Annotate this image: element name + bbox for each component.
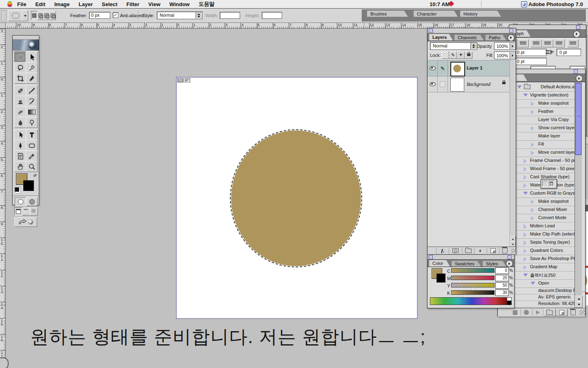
- tool-pen[interactable]: [14, 140, 26, 151]
- align-right-button[interactable]: [517, 39, 529, 47]
- tool-crop[interactable]: [14, 73, 26, 84]
- twisty-closed-icon[interactable]: [523, 249, 526, 253]
- twisty-open-icon[interactable]: [523, 274, 528, 276]
- pane-grabber[interactable]: [0, 357, 9, 368]
- tool-eraser[interactable]: [14, 106, 26, 117]
- tab-brushes[interactable]: Brushes: [367, 11, 408, 17]
- tab-channels[interactable]: Channels: [454, 35, 484, 40]
- tool-move[interactable]: [26, 52, 38, 63]
- subtract-selection-button[interactable]: [43, 11, 50, 20]
- layer-style-button[interactable]: ƒ.: [436, 247, 448, 254]
- tool-slice[interactable]: [26, 73, 38, 84]
- menu-item-window[interactable]: Window: [169, 1, 190, 7]
- tab-color[interactable]: Color: [429, 260, 450, 267]
- twisty-open-icon[interactable]: [517, 85, 521, 88]
- justify-all-button[interactable]: [567, 39, 579, 47]
- lock-paint-button[interactable]: ✎: [449, 52, 457, 59]
- tool-gradient[interactable]: [26, 106, 38, 117]
- lock-all-button[interactable]: [465, 52, 472, 59]
- jump-to-imageready-button[interactable]: [14, 217, 37, 227]
- record-button[interactable]: [521, 309, 532, 316]
- justify-last-left-button[interactable]: [530, 39, 542, 47]
- toolbox-banner[interactable]: [13, 40, 39, 51]
- resize-grip-icon[interactable]: [511, 248, 516, 253]
- layer-name[interactable]: Layer 1: [467, 65, 483, 70]
- current-tool-button[interactable]: [8, 10, 23, 21]
- tool-preset-arrow[interactable]: [22, 10, 28, 21]
- layer-thumbnail[interactable]: [450, 78, 464, 92]
- tab-history[interactable]: History: [460, 11, 501, 17]
- layer-thumbnail[interactable]: [450, 62, 465, 76]
- layer-row-layer-1[interactable]: ✎Layer 1: [428, 61, 510, 76]
- tool-clone-stamp[interactable]: [14, 96, 26, 107]
- twisty-open-icon[interactable]: [523, 192, 528, 195]
- layers-titlebar[interactable]: [428, 28, 516, 34]
- lock-transparency-button[interactable]: [441, 52, 449, 59]
- background-color-swatch[interactable]: [437, 274, 445, 283]
- fullscreen-button[interactable]: [30, 207, 38, 215]
- twisty-closed-icon[interactable]: [531, 126, 534, 130]
- tab-layers[interactable]: Layers: [429, 34, 453, 40]
- twisty-closed-icon[interactable]: [531, 110, 534, 114]
- blend-mode-arrows-icon[interactable]: [470, 43, 477, 49]
- menu-item-[interactable]: 도움말: [198, 0, 214, 8]
- standard-mode-button[interactable]: [15, 197, 26, 206]
- mini-palette-fragment[interactable]: [541, 179, 557, 188]
- new-set-button[interactable]: [462, 247, 474, 254]
- width-input[interactable]: [220, 12, 240, 19]
- slider-value-k[interactable]: 30: [495, 289, 509, 296]
- options-bar-grip[interactable]: [1, 10, 7, 22]
- adjustment-layer-button[interactable]: ◐: [474, 247, 486, 254]
- twisty-closed-icon[interactable]: [531, 102, 534, 106]
- twisty-closed-icon[interactable]: [531, 208, 534, 212]
- tab-character[interactable]: Character: [414, 11, 458, 17]
- vertical-ruler[interactable]: 32101234567891 01 11 21 31 41 51 61 71 8: [0, 29, 6, 368]
- fullscreen-menubar-button[interactable]: [22, 207, 30, 215]
- menu-item-select[interactable]: Select: [102, 1, 117, 7]
- tool-magic-wand[interactable]: [26, 62, 38, 73]
- menu-item-edit[interactable]: Edit: [35, 1, 45, 7]
- close-widget[interactable]: [508, 255, 512, 259]
- slider-value-y[interactable]: 50: [495, 282, 509, 289]
- twisty-closed-icon[interactable]: [531, 216, 534, 220]
- tab-swatches[interactable]: Swatches: [452, 261, 481, 267]
- twisty-closed-icon[interactable]: [531, 200, 534, 204]
- tab-styles[interactable]: Styles: [483, 261, 506, 267]
- menu-item-image[interactable]: Image: [54, 1, 70, 7]
- actions-scrollbar[interactable]: [575, 82, 582, 308]
- fill-slider-arrow-icon[interactable]: [510, 52, 515, 58]
- tool-dodge[interactable]: [26, 117, 38, 128]
- slider-thumb-m[interactable]: [458, 280, 462, 282]
- twisty-closed-icon[interactable]: [523, 167, 526, 171]
- twisty-open-icon[interactable]: [523, 94, 528, 96]
- opacity-value[interactable]: 100%: [494, 42, 516, 50]
- swap-colors-icon[interactable]: ⇄: [33, 173, 37, 177]
- stop-button[interactable]: [510, 309, 521, 316]
- color-menu-button[interactable]: [506, 260, 513, 267]
- play-button[interactable]: [532, 309, 544, 316]
- new-set-button[interactable]: [544, 309, 556, 316]
- blend-mode-dropdown[interactable]: Normal: [430, 42, 477, 50]
- twisty-open-icon[interactable]: [531, 282, 535, 285]
- close-widget[interactable]: [576, 25, 580, 29]
- ramp-black-swatch[interactable]: [507, 301, 512, 305]
- new-action-button[interactable]: [556, 309, 568, 316]
- delete-action-button[interactable]: [568, 309, 578, 316]
- tool-lasso[interactable]: [14, 62, 26, 73]
- twisty-closed-icon[interactable]: [523, 184, 526, 188]
- actions-menu-button[interactable]: [576, 75, 583, 82]
- tool-eyedropper[interactable]: [26, 150, 38, 162]
- layer-visibility-toggle[interactable]: [428, 61, 438, 76]
- twisty-closed-icon[interactable]: [523, 224, 526, 229]
- height-input[interactable]: [262, 12, 282, 19]
- twisty-closed-icon[interactable]: [531, 143, 534, 147]
- opacity-slider-arrow-icon[interactable]: [510, 43, 515, 49]
- toolbox-background-swatch[interactable]: [23, 180, 34, 191]
- layer-name[interactable]: Background: [467, 81, 490, 88]
- feather-input[interactable]: 0 px: [89, 12, 110, 19]
- slider-thumb-k[interactable]: [463, 294, 467, 297]
- style-dropdown[interactable]: Normal: [157, 11, 203, 19]
- apple-menu-icon[interactable]: [7, 1, 12, 7]
- application-menu-title[interactable]: Adobe Photoshop 7.0: [528, 1, 583, 7]
- collapse-widget[interactable]: [429, 255, 433, 259]
